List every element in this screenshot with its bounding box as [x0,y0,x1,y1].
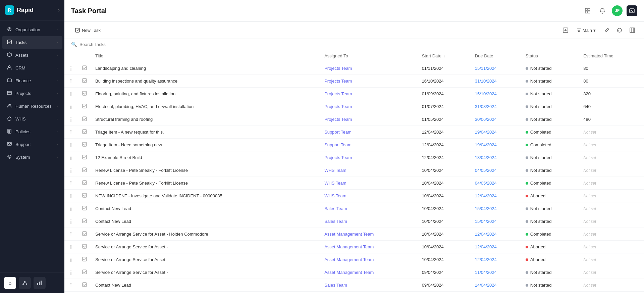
checkbox-cell[interactable] [78,228,91,241]
sidebar-item-organisation[interactable]: Organisation › [2,23,62,36]
sidebar-item-system[interactable]: System › [2,151,62,163]
task-title[interactable]: Service or Arrange Service for Asset - [91,253,320,266]
col-assigned[interactable]: Assigned To [320,50,418,62]
checkbox-cell[interactable] [78,279,91,292]
assigned-to[interactable]: Asset Management Team [320,228,418,241]
task-title[interactable]: Building inspections and quality assuran… [91,75,320,88]
bell-icon-button[interactable] [597,5,608,16]
task-title[interactable]: Service or Arrange Service for Asset - H… [91,228,320,241]
checkbox-cell[interactable] [78,88,91,100]
task-title[interactable]: Contact New Lead [91,215,320,228]
sidebar-item-support[interactable]: Support › [2,138,62,151]
checkbox-cell[interactable] [78,164,91,177]
refresh-button[interactable] [614,25,625,35]
new-task-button[interactable]: New Task [71,26,105,35]
checkbox-cell[interactable] [78,177,91,190]
table-row[interactable]: ⣿ Renew License - Pete Sneakly - Forklif… [64,177,644,190]
col-time[interactable]: Estimated Time [579,50,644,62]
table-row[interactable]: ⣿ Structural framing and roofing Project… [64,113,644,126]
table-row[interactable]: ⣿ Landscaping and cleaning Projects Team… [64,62,644,75]
assigned-to[interactable]: WHS Team [320,164,418,177]
assigned-to[interactable]: Asset Management Team [320,253,418,266]
filter-button[interactable]: Main ▾ [573,27,599,34]
sidebar-item-assets[interactable]: Assets › [2,49,62,61]
table-row[interactable]: ⣿ Contact New Lead Sales Team 10/04/2024… [64,215,644,228]
table-row[interactable]: ⣿ Electrical, plumbing, HVAC, and drywal… [64,100,644,113]
grid-icon-button[interactable] [582,5,593,16]
sidebar-item-projects[interactable]: Projects › [2,87,62,100]
table-row[interactable]: ⣿ Triage Item - A new request for this. … [64,126,644,139]
sidebar-item-tasks[interactable]: Tasks › [2,36,62,49]
sidebar-item-human-resources[interactable]: Human Resources › [2,100,62,112]
chart-bottom-button[interactable] [34,277,46,289]
assigned-to[interactable]: Projects Team [320,100,418,113]
assigned-to[interactable]: Sales Team [320,202,418,215]
checkbox-cell[interactable] [78,139,91,151]
sidebar-item-finance[interactable]: Finance › [2,75,62,87]
task-title[interactable]: Electrical, plumbing, HVAC, and drywall … [91,100,320,113]
task-title[interactable]: Structural framing and roofing [91,113,320,126]
assigned-to[interactable]: Projects Team [320,88,418,100]
assigned-to[interactable]: Sales Team [320,279,418,292]
export-button[interactable] [560,25,571,35]
checkbox-cell[interactable] [78,215,91,228]
col-title[interactable]: Title [91,50,320,62]
table-row[interactable]: ⣿ 12 Example Street Build Projects Team … [64,151,644,164]
sidebar-item-policies[interactable]: Policies › [2,126,62,138]
assigned-to[interactable]: Support Team [320,126,418,139]
col-status[interactable]: Status [522,50,579,62]
assigned-to[interactable]: Projects Team [320,75,418,88]
table-row[interactable]: ⣿ Service or Arrange Service for Asset -… [64,241,644,253]
sidebar-item-crm[interactable]: CRM › [2,62,62,74]
table-row[interactable]: ⣿ Service or Arrange Service for Asset -… [64,228,644,241]
columns-button[interactable] [627,25,637,35]
task-title[interactable]: Flooring, painting, and fixtures install… [91,88,320,100]
sidebar-item-whs[interactable]: WHS › [2,113,62,125]
task-title[interactable]: NEW INCIDENT - Investigate and Validate … [91,292,320,293]
table-row[interactable]: ⣿ Building inspections and quality assur… [64,75,644,88]
assigned-to[interactable]: Support Team [320,139,418,151]
table-row[interactable]: ⣿ Renew License - Pete Sneakly - Forklif… [64,164,644,177]
checkbox-cell[interactable] [78,62,91,75]
task-title[interactable]: Triage Item - Need something new [91,139,320,151]
assigned-to[interactable]: Projects Team [320,151,418,164]
user-avatar[interactable]: JF [612,5,623,16]
edit-button[interactable] [602,25,612,35]
table-row[interactable]: ⣿ Contact New Lead Sales Team 10/04/2024… [64,202,644,215]
checkbox-cell[interactable] [78,151,91,164]
task-title[interactable]: Renew License - Pete Sneakly - Forklift … [91,177,320,190]
task-title[interactable]: Landscaping and cleaning [91,62,320,75]
checkbox-cell[interactable] [78,266,91,279]
assigned-to[interactable]: WHS Team [320,177,418,190]
assigned-to[interactable]: Asset Management Team [320,266,418,279]
table-row[interactable]: ⣿ Contact New Lead Sales Team 09/04/2024… [64,279,644,292]
terminal-button[interactable] [627,5,637,16]
task-title[interactable]: Service or Arrange Service for Asset - [91,241,320,253]
network-bottom-button[interactable] [19,277,31,289]
task-title[interactable]: Contact New Lead [91,202,320,215]
table-row[interactable]: ⣿ NEW INCIDENT - Investigate and Validat… [64,292,644,293]
table-row[interactable]: ⣿ Triage Item - Need something new Suppo… [64,139,644,151]
task-title[interactable]: Triage Item - A new request for this. [91,126,320,139]
assigned-to[interactable]: WHS Team [320,292,418,293]
table-row[interactable]: ⣿ NEW INCIDENT - Investigate and Validat… [64,190,644,202]
col-due[interactable]: Due Date [471,50,522,62]
checkbox-cell[interactable] [78,100,91,113]
checkbox-cell[interactable] [78,202,91,215]
checkbox-cell[interactable] [78,241,91,253]
table-row[interactable]: ⣿ Service or Arrange Service for Asset -… [64,253,644,266]
assigned-to[interactable]: WHS Team [320,190,418,202]
task-title[interactable]: Service or Arrange Service for Asset - [91,266,320,279]
checkbox-cell[interactable] [78,113,91,126]
checkbox-cell[interactable] [78,292,91,293]
table-row[interactable]: ⣿ Service or Arrange Service for Asset -… [64,266,644,279]
table-row[interactable]: ⣿ Flooring, painting, and fixtures insta… [64,88,644,100]
checkbox-cell[interactable] [78,253,91,266]
col-start[interactable]: Start Date ↓ [418,50,471,62]
search-input[interactable] [79,42,637,47]
assigned-to[interactable]: Projects Team [320,62,418,75]
checkbox-cell[interactable] [78,126,91,139]
assigned-to[interactable]: Asset Management Team [320,241,418,253]
checkbox-cell[interactable] [78,190,91,202]
task-title[interactable]: Contact New Lead [91,279,320,292]
